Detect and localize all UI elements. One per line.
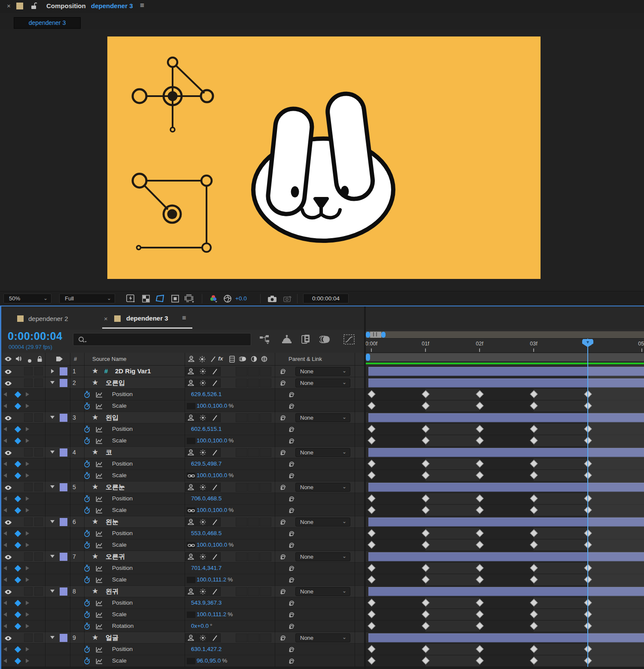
property-keyframe-track[interactable] [366, 539, 644, 551]
switch-cell[interactable] [260, 633, 271, 642]
collapse-transforms-icon[interactable] [197, 448, 209, 457]
layer-name[interactable]: 왼눈 [106, 518, 118, 526]
prev-keyframe-button[interactable] [3, 427, 7, 431]
property-name[interactable]: Position [112, 460, 133, 467]
next-keyframe-button[interactable] [26, 392, 29, 397]
timeline-tab-dependener-2[interactable]: dependener 2 [28, 315, 68, 322]
next-keyframe-button[interactable] [26, 508, 29, 512]
property-value[interactable]: 602.6,515.1 [191, 426, 222, 432]
switch-cell[interactable] [236, 633, 247, 642]
stopwatch-icon[interactable] [83, 623, 91, 632]
fast-preview-button[interactable] [125, 294, 137, 304]
switch-cell[interactable] [248, 483, 259, 492]
property-pickwhip-icon[interactable] [288, 657, 296, 667]
time-ruler[interactable]: 0:00f01f02f03f04f05f [366, 339, 644, 353]
motion-blur-button[interactable] [318, 334, 332, 345]
switch-cell[interactable] [260, 448, 271, 457]
lock-cell[interactable] [34, 587, 43, 596]
layer-name[interactable]: 오른입 [106, 379, 125, 387]
property-name[interactable]: Scale [112, 403, 127, 409]
property-pickwhip-icon[interactable] [288, 645, 296, 655]
stopwatch-icon[interactable] [83, 530, 91, 539]
property-row[interactable]: Position543.9,367.3 [0, 597, 366, 609]
next-keyframe-button[interactable] [26, 659, 29, 663]
switch-cell[interactable] [248, 378, 259, 387]
next-keyframe-button[interactable] [26, 404, 29, 408]
property-value[interactable]: 100.0,100.0% [197, 472, 234, 478]
property-keyframe-track[interactable] [366, 597, 644, 609]
layer-visibility-toggle[interactable] [4, 519, 12, 527]
stopwatch-icon[interactable] [83, 657, 91, 666]
layer-row[interactable]: 4★코None⌄ [0, 447, 366, 458]
keyframe-diamond[interactable] [368, 494, 375, 502]
layer-visibility-toggle[interactable] [4, 380, 12, 388]
switch-cell[interactable] [248, 448, 259, 457]
mask-visibility-button[interactable] [169, 294, 181, 304]
keyframe-diamond[interactable] [368, 529, 375, 537]
lock-cell[interactable] [34, 413, 43, 422]
layer-bar[interactable] [368, 448, 644, 457]
layer-label-color[interactable] [60, 483, 67, 491]
audio-cell[interactable] [24, 552, 33, 561]
channels-button[interactable] [207, 294, 219, 304]
layer-bar[interactable] [368, 483, 644, 492]
graph-include-icon[interactable] [96, 566, 103, 573]
dimension-link-toggle[interactable] [187, 507, 195, 514]
keyframe-toggle-diamond[interactable] [15, 461, 21, 468]
draft-3d-button[interactable] [280, 334, 295, 345]
graph-include-icon[interactable] [96, 427, 103, 434]
lock-column-icon[interactable] [37, 356, 43, 364]
switch-cell[interactable] [248, 552, 259, 561]
value-text[interactable]: 602.6,515.1 [191, 426, 222, 432]
region-of-interest-button[interactable] [154, 294, 166, 304]
parent-pickwhip-icon[interactable] [279, 483, 287, 493]
collapse-transforms-icon[interactable] [197, 552, 209, 561]
property-value[interactable]: 553.0,468.5 [191, 530, 222, 536]
property-keyframe-track[interactable] [366, 435, 644, 447]
switch-cell[interactable] [248, 633, 259, 642]
prev-keyframe-button[interactable] [3, 496, 7, 501]
value-text[interactable]: 100.0,100.0 [197, 437, 227, 444]
graph-include-icon[interactable] [96, 438, 103, 446]
switch-cell[interactable] [236, 367, 247, 376]
layer-row[interactable]: 9★얼굴None⌄ [0, 632, 366, 644]
show-snapshot-icon[interactable] [282, 294, 294, 304]
layer-visibility-toggle[interactable] [4, 484, 12, 492]
parent-pickwhip-icon[interactable] [279, 448, 287, 458]
stopwatch-icon[interactable] [83, 565, 91, 574]
keyframe-toggle-diamond[interactable] [15, 623, 21, 630]
switch-cell[interactable] [260, 483, 271, 492]
prev-keyframe-button[interactable] [3, 578, 7, 582]
prev-keyframe-button[interactable] [3, 439, 7, 443]
property-name[interactable]: Scale [112, 611, 127, 618]
audio-cell[interactable] [24, 378, 33, 387]
switch-cell[interactable] [260, 413, 271, 422]
audio-cell[interactable] [24, 367, 33, 375]
layer-bar[interactable] [368, 518, 644, 527]
property-keyframe-track[interactable] [366, 470, 644, 481]
layer-label-color[interactable] [60, 553, 67, 561]
layer-duration-track[interactable] [366, 551, 644, 563]
keyframe-toggle-diamond[interactable] [15, 496, 21, 503]
quality-icon[interactable] [209, 587, 221, 596]
value-text[interactable]: 100.0,100.0 [197, 403, 227, 409]
prev-keyframe-button[interactable] [3, 601, 7, 605]
parent-dropdown[interactable]: None⌄ [295, 633, 350, 642]
keyframe-diamond[interactable] [368, 610, 375, 618]
layer-duration-track[interactable] [366, 447, 644, 458]
next-keyframe-button[interactable] [26, 439, 29, 443]
next-keyframe-button[interactable] [26, 612, 29, 617]
property-value[interactable]: 629.5,498.7 [191, 460, 222, 467]
shy-icon[interactable] [185, 367, 197, 376]
shy-icon[interactable] [185, 633, 197, 642]
graph-include-icon[interactable] [96, 473, 103, 481]
keyframe-diamond[interactable] [368, 402, 375, 409]
prev-keyframe-button[interactable] [3, 566, 7, 570]
keyframe-diamond[interactable] [368, 506, 375, 514]
lock-cell[interactable] [34, 552, 43, 561]
lock-cell[interactable] [34, 633, 43, 642]
value-text[interactable]: 100.0,100.0 [197, 472, 227, 478]
keyframe-toggle-diamond[interactable] [15, 565, 21, 572]
prev-keyframe-button[interactable] [3, 392, 7, 397]
switch-cell[interactable] [248, 413, 259, 422]
